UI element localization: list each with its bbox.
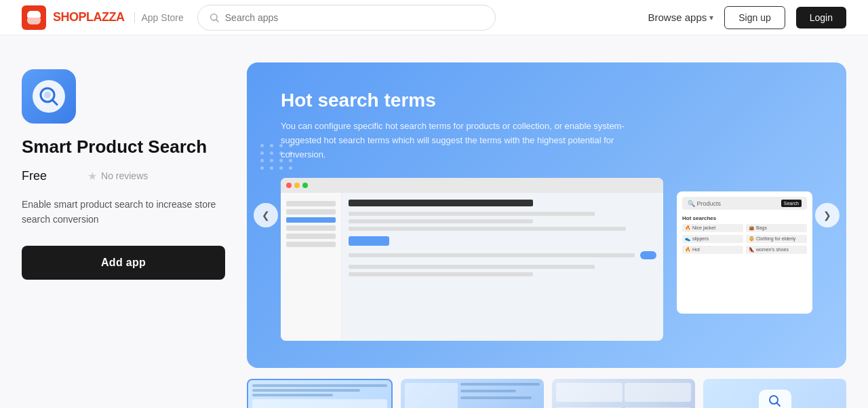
thumb-search-icon (767, 393, 783, 408)
browse-apps-button[interactable]: Browse apps ▾ (648, 12, 714, 23)
browse-apps-label: Browse apps (648, 12, 707, 23)
app-price: Free (22, 169, 47, 183)
carousel-title: Hot search terms (281, 90, 812, 111)
app-search-icon (37, 84, 61, 109)
app-detail-panel: Smart Product Search Free ★ No reviews E… (22, 62, 225, 408)
app-store-label: App Store (134, 12, 184, 23)
thumbnail-4[interactable]: + more (703, 379, 846, 408)
main-content: Smart Product Search Free ★ No reviews E… (0, 35, 868, 408)
screenshot-main (281, 178, 663, 341)
shoplazza-logo-icon (22, 5, 46, 30)
app-description: Enable smart product search to increase … (22, 197, 225, 227)
search-input[interactable] (225, 12, 484, 23)
add-app-button[interactable]: Add app (22, 246, 225, 280)
app-carousel-panel: Hot search terms You can configure speci… (247, 62, 846, 408)
app-title: Smart Product Search (22, 136, 225, 158)
header-right: Browse apps ▾ Sign up Login (648, 6, 846, 29)
thumbnail-2[interactable] (401, 379, 544, 408)
thumbnail-3[interactable] (552, 379, 695, 408)
star-icon: ★ (87, 170, 97, 183)
carousel-prev-button[interactable]: ❮ (254, 203, 278, 227)
carousel-container: Hot search terms You can configure speci… (247, 62, 846, 368)
logo-area: SHOPLAZZA App Store (22, 5, 184, 30)
logo-text: SHOPLAZZA (53, 10, 125, 24)
app-icon-wrapper (22, 69, 76, 124)
chevron-down-icon: ▾ (709, 13, 713, 22)
reviews-row: ★ No reviews (87, 170, 148, 183)
screenshot-secondary: 🔍 Products Search Hot searches 🔥 Nice ja… (677, 191, 812, 314)
header: SHOPLAZZA App Store Browse apps ▾ Sign u… (0, 0, 868, 35)
thumbnail-1[interactable] (247, 379, 393, 408)
search-bar-container (197, 5, 496, 31)
carousel-description: You can configure specific hot search te… (281, 119, 660, 162)
login-button[interactable]: Login (796, 7, 846, 29)
signup-button[interactable]: Sign up (724, 6, 785, 29)
carousel-next-button[interactable]: ❯ (815, 203, 840, 227)
carousel-images: 🔍 Products Search Hot searches 🔥 Nice ja… (281, 178, 812, 341)
svg-point-3 (44, 92, 51, 98)
thumbnail-strip: + more (247, 379, 846, 408)
app-icon-inner (33, 80, 65, 113)
search-icon (209, 12, 220, 23)
app-price-row: Free ★ No reviews (22, 169, 225, 183)
dots-decoration (260, 144, 294, 170)
reviews-label: No reviews (101, 170, 148, 181)
